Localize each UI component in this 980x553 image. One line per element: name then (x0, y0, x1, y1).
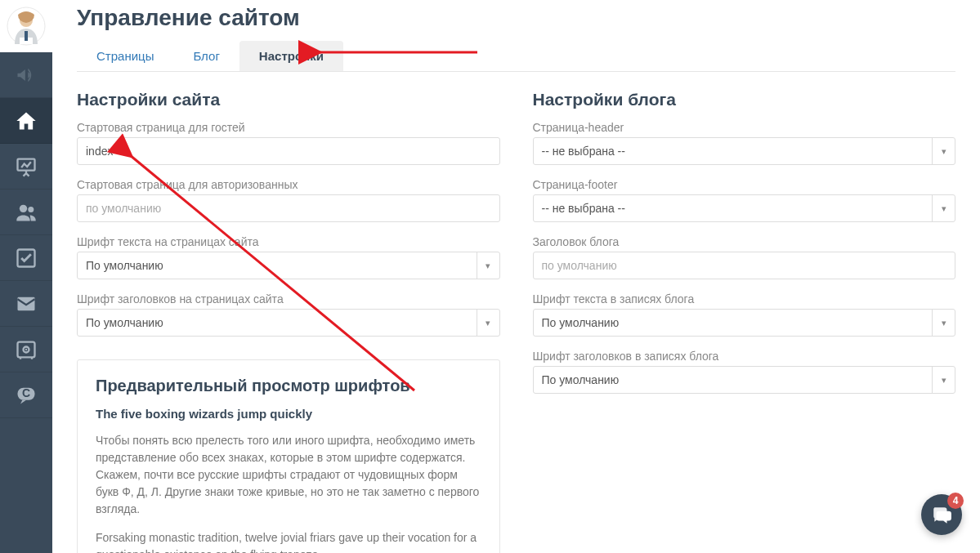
blog-text-font-value: По умолчанию (534, 310, 933, 336)
chevron-down-icon[interactable] (477, 310, 499, 336)
svg-point-5 (28, 207, 34, 212)
sidebar-item-users[interactable] (0, 190, 52, 235)
preview-title: Предварительный просмотр шрифтов (96, 377, 481, 395)
page-title: Управление сайтом (77, 5, 955, 31)
sidebar-item-presentation[interactable] (0, 144, 52, 190)
header-page-label: Страница-header (533, 121, 956, 134)
chevron-down-icon[interactable] (932, 310, 955, 336)
header-page-select[interactable]: -- не выбрана -- (533, 137, 956, 165)
preview-subtitle: The five boxing wizards jump quickly (96, 407, 481, 421)
sidebar-item-chat[interactable]: C (0, 372, 52, 418)
blog-text-font-label: Шрифт текста в записях блога (533, 292, 956, 305)
chat-badge: 4 (947, 493, 964, 509)
site-settings-title: Настройки сайта (77, 90, 500, 109)
blog-heading-font-value: По умолчанию (534, 367, 933, 393)
site-heading-font-label: Шрифт заголовков на страницах сайта (77, 292, 500, 305)
sidebar-item-safe[interactable] (0, 327, 52, 372)
chevron-down-icon[interactable] (932, 195, 955, 221)
footer-page-select[interactable]: -- не выбрана -- (533, 194, 956, 222)
site-settings-column: Настройки сайта Стартовая страница для г… (77, 90, 500, 553)
auth-start-label: Стартовая страница для авторизованных (77, 178, 500, 191)
tabs: Страницы Блог Настройки (77, 41, 955, 72)
site-heading-font-select[interactable]: По умолчанию (77, 309, 500, 337)
chevron-down-icon[interactable] (932, 138, 955, 164)
blog-heading-font-select[interactable]: По умолчанию (533, 366, 956, 394)
sidebar-item-mail[interactable] (0, 281, 52, 327)
sidebar-item-tasks[interactable] (0, 235, 52, 281)
svg-text:C: C (22, 386, 30, 399)
footer-page-value: -- не выбрана -- (534, 195, 933, 221)
main-content: Управление сайтом Страницы Блог Настройк… (52, 0, 980, 553)
blog-text-font-select[interactable]: По умолчанию (533, 309, 956, 337)
svg-rect-2 (25, 31, 28, 41)
tab-blog[interactable]: Блог (173, 41, 239, 71)
sidebar: C (0, 0, 52, 553)
blog-heading-font-label: Шрифт заголовков в записях блога (533, 350, 956, 363)
site-text-font-select[interactable]: По умолчанию (77, 252, 500, 279)
font-preview-box: Предварительный просмотр шрифтов The fiv… (77, 359, 500, 553)
chevron-down-icon[interactable] (477, 252, 499, 279)
guest-start-input[interactable] (77, 137, 500, 165)
auth-start-input[interactable] (77, 194, 500, 222)
tab-settings[interactable]: Настройки (239, 41, 343, 71)
preview-paragraph-1: Чтобы понять всю прелесть того или иного… (96, 432, 481, 518)
blog-settings-column: Настройки блога Страница-header -- не вы… (533, 90, 956, 553)
avatar[interactable] (0, 0, 52, 52)
blog-title-label: Заголовок блога (533, 235, 956, 248)
site-heading-font-value: По умолчанию (78, 310, 477, 336)
sidebar-item-announce[interactable] (0, 52, 52, 98)
sidebar-item-home[interactable] (0, 98, 52, 144)
svg-point-10 (25, 348, 27, 350)
header-page-value: -- не выбрана -- (534, 138, 933, 164)
blog-settings-title: Настройки блога (533, 90, 956, 109)
chat-icon (931, 504, 952, 525)
blog-title-input[interactable] (533, 252, 956, 279)
tab-pages[interactable]: Страницы (77, 41, 173, 71)
chat-fab[interactable]: 4 (921, 494, 962, 535)
guest-start-label: Стартовая страница для гостей (77, 121, 500, 134)
preview-paragraph-2: Forsaking monastic tradition, twelve jov… (96, 529, 481, 553)
site-text-font-value: По умолчанию (78, 252, 477, 279)
svg-point-4 (20, 204, 27, 212)
site-text-font-label: Шрифт текста на страницах сайта (77, 235, 500, 248)
chevron-down-icon[interactable] (932, 367, 955, 393)
footer-page-label: Страница-footer (533, 178, 956, 191)
